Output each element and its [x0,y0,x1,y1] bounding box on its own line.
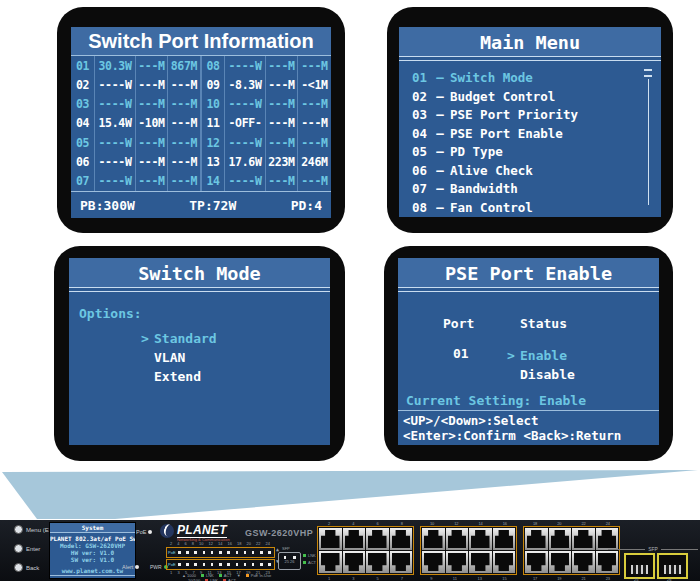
port-number: 12 [454,521,458,526]
menu-item-label: Alive Check [450,162,533,181]
port-info-cell: 02 [71,75,95,94]
page: Switch Port Information 0130.3W---M867M0… [0,0,700,581]
port-info-cell: 03 [71,95,95,114]
lcd-frame-switch-mode: Switch Mode Options: >StandardVLANExtend [54,246,345,461]
menu-item-separator: – [430,88,450,107]
port-led-icon [178,551,181,554]
legend-text: ACT [228,578,236,581]
rj45-port[interactable] [390,528,413,550]
rj45-port[interactable] [493,528,516,550]
port-number: 14 [478,521,482,526]
port-number: 21 [581,576,585,581]
pse-option-enable[interactable]: >Enable [507,346,575,365]
menu-item-pse-port-enable[interactable]: 04–PSE Port Enable [412,125,661,144]
port-header: Port [443,316,474,331]
poe-led-row-top: PoE [166,547,275,558]
sfp-port-25[interactable] [624,553,655,579]
port-number: 8 [401,521,403,526]
rj45-port[interactable] [343,528,366,550]
menu-item-number: 03 [412,106,430,125]
menu-item-number: 07 [412,180,430,199]
port-number: 6 [377,521,379,526]
port-numbers-top: 2468 [317,521,414,526]
port-info-cell: ----W [95,95,136,114]
pse-option-disable[interactable]: Disable [507,365,575,384]
planet-globe-icon [160,524,174,538]
rj45-port[interactable] [319,528,342,550]
led-number: 1 [170,570,172,575]
legend-text: PoE In-Use [251,573,271,578]
alert-led: Alert [122,564,139,570]
rj45-port[interactable] [446,551,469,573]
led-number: 24 [265,541,269,546]
rj45-port[interactable] [366,551,389,573]
title-divider [69,287,330,292]
legend-item: PoE In-Use [246,573,271,578]
port-number: 3 [352,576,354,581]
rj45-port[interactable] [549,528,572,550]
rj45-port[interactable] [366,528,389,550]
menu-item-switch-mode[interactable]: 01–Switch Mode [412,69,661,88]
rj45-port[interactable] [422,528,445,550]
menu-item-separator: – [430,180,450,199]
sfp-legend: LNKACT [303,553,316,567]
port-number: 10 [430,521,434,526]
option-vlan[interactable]: VLAN [141,348,330,367]
port-numbers-bottom: 17192123 [523,576,620,581]
rj45-port[interactable] [390,551,413,573]
menu-item-alive-check[interactable]: 06–Alive Check [412,162,661,181]
switch-front-panel: Menu (ESC)EnterBack System PLANET 802.3a… [0,520,700,581]
panel-button-enter[interactable]: Enter [14,544,40,553]
option-label: VLAN [154,348,185,367]
rj45-port[interactable] [572,528,595,550]
menu-item-budget-control[interactable]: 02–Budget Control [412,88,661,107]
mini-lcd-line: Model: GSW-2620VHP [50,542,135,549]
rj45-port[interactable] [493,551,516,573]
port-number: 24 [606,521,610,526]
rj45-port[interactable] [422,551,445,573]
legend-item: ACT [223,578,236,581]
port-info-cell: ---M [136,56,168,75]
total-power-value: TP:72W [189,198,236,213]
port-led-icon [260,551,263,554]
port-info-title: Switch Port Information [71,27,331,56]
scrollbar[interactable] [648,79,649,205]
port-info-cell: ---M [168,133,201,152]
sfp-legend-item: ACT [303,560,316,565]
rj45-port[interactable] [319,551,342,573]
port-led-icon [219,563,222,566]
lcd-frame-port-info: Switch Port Information 0130.3W---M867M0… [57,7,345,233]
sfp-led-numbers: 25 26 [279,559,300,565]
menu-item-bandwidth[interactable]: 07–Bandwidth [412,180,661,199]
led-number: 4 [177,541,179,546]
legend-text: LNK [308,553,316,558]
option-extend[interactable]: Extend [141,367,330,386]
menu-item-pd-type[interactable]: 05–PD Type [412,143,661,162]
rj45-port[interactable] [596,551,619,573]
alert-led-label: Alert [122,564,133,570]
rj45-port[interactable] [572,551,595,573]
rj45-port[interactable] [343,551,366,573]
led-number: 20 [246,541,250,546]
port-info-cell: ---M [266,75,298,94]
legend-swatch-icon [303,554,306,557]
menu-item-pse-port-priority[interactable]: 03–PSE Port Priority [412,106,661,125]
legend-item: ▼ [237,573,241,578]
port-info-cell: ---M [266,133,298,152]
panel-button-back[interactable]: Back [14,563,39,572]
option-standard[interactable]: >Standard [141,329,330,348]
button-label: Enter [26,546,40,552]
rj45-port[interactable] [446,528,469,550]
button-label: Back [26,565,39,571]
sfp-port-26[interactable] [657,553,688,579]
rj45-port[interactable] [549,551,572,573]
rj45-port[interactable] [525,551,548,573]
legend-text: LNK [210,578,218,581]
rj45-port[interactable] [469,528,492,550]
menu-item-fan-control[interactable]: 08–Fan Control [412,199,661,218]
port-led-icon [260,563,263,566]
port-info-footer: PB:300W TP:72W PD:4 [71,191,331,218]
led-number: 14 [218,541,222,546]
rj45-port[interactable] [525,528,548,550]
rj45-port[interactable] [469,551,492,573]
